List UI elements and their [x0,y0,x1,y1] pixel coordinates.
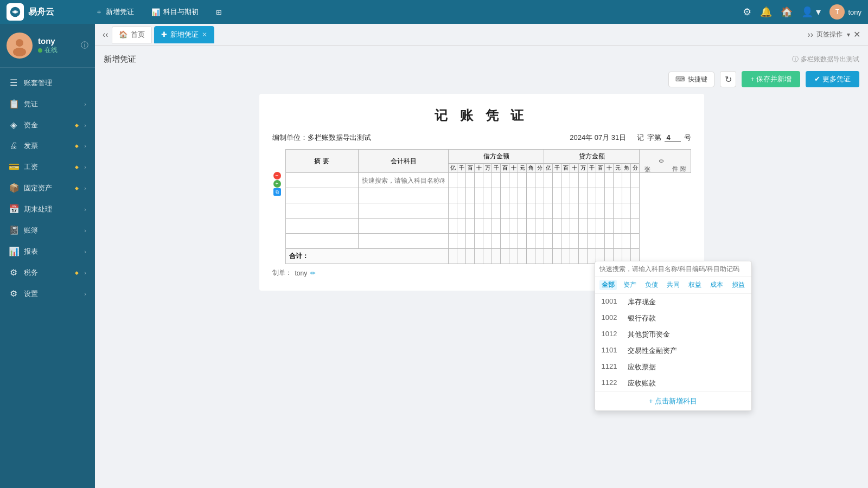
report-chevron: › [84,248,86,255]
top-user-avatar: T [829,4,845,20]
dropdown-item-1122[interactable]: 1122 应收账款 [595,375,751,391]
tab-new-voucher[interactable]: ✚ 新增凭证 ✕ [154,26,214,43]
sidebar-user-name: tony [38,36,75,46]
remove-row-btn[interactable]: − [273,172,281,179]
dropdown-search-field[interactable] [599,265,747,273]
add-icon: ＋ [95,7,103,17]
voucher-icon: 📋 [9,99,18,109]
add-row-btn[interactable]: + [273,180,281,188]
shortcut-btn[interactable]: ⌨ 快捷键 [668,72,714,87]
tab-close-btn[interactable]: ✕ [202,31,207,38]
cat-liabilities[interactable]: 负债 [643,280,660,290]
account-dropdown: 全部 资产 负债 共同 权益 成本 损益 1001 库存现金 [595,261,752,411]
cat-cost[interactable]: 成本 [708,280,725,290]
save-new-btn[interactable]: + 保存并新增 [742,71,800,87]
row-controls: − + ⧉ [273,172,281,196]
notification-nav-icon[interactable]: 🔔 [760,6,772,18]
settings-nav-icon[interactable]: ⚙ [743,6,751,18]
refresh-icon: ↻ [725,74,732,85]
dropdown-item-1101[interactable]: 1101 交易性金融资产 [595,343,751,359]
main-layout: tony 在线 ⓘ ☰ 账套管理 📋 凭证 › ◈ 资金 ◆ [0,24,868,488]
more-voucher-btn[interactable]: ✔ 更多凭证 [806,71,859,87]
table-row-1 [285,173,691,188]
tab-actions[interactable]: 页签操作 ▾ [816,30,850,39]
invoice-diamond: ◆ [75,143,79,149]
refresh-btn[interactable]: ↻ [720,71,736,87]
dropdown-item-1002[interactable]: 1002 银行存款 [595,310,751,326]
sidebar-item-invoice[interactable]: 🖨 发票 ◆ › [0,136,95,156]
sidebar-menu: ☰ 账套管理 📋 凭证 › ◈ 资金 ◆ › 🖨 发票 ◆ › 💳 [0,68,95,488]
add-voucher-nav[interactable]: ＋ 新增凭证 [91,5,138,19]
fixed-assets-icon: 📦 [9,183,18,193]
top-user-name: tony [848,8,861,16]
funds-chevron: › [84,122,86,129]
sidebar-item-tax[interactable]: ⚙ 税务 ◆ › [0,262,95,283]
cat-assets[interactable]: 资产 [621,280,639,290]
tax-chevron: › [84,269,86,276]
fixed-assets-diamond: ◆ [75,185,79,191]
page-content: 新增凭证 ⓘ 多栏账数据导出测试 ⌨ 快捷键 ↻ + 保存并新增 [95,46,868,488]
cat-loss[interactable]: 损益 [730,280,747,290]
sidebar-avatar [7,33,33,59]
sidebar-item-funds[interactable]: ◈ 资金 ◆ › [0,114,95,136]
dropdown-categories: 全部 资产 负债 共同 权益 成本 损益 [595,277,751,294]
hint-icon: ⓘ [792,55,799,64]
invoice-icon: 🖨 [9,141,18,151]
app-name: 易舟云 [28,7,54,18]
ledger-chevron: › [84,227,86,234]
voucher-page-header: 新增凭证 ⓘ 多栏账数据导出测试 [104,54,859,65]
dropdown-list: 1001 库存现金 1002 银行存款 1012 其他货币资金 1101 [595,294,751,391]
status-dot [38,48,42,53]
table-row-5 [285,234,691,249]
row1-summary[interactable] [285,173,358,188]
table-row-3 [285,203,691,219]
user-area[interactable]: T tony [829,4,861,20]
cat-equity[interactable]: 权益 [686,280,704,290]
tab-next-btn[interactable]: ›› [804,30,816,40]
fixed-assets-chevron: › [84,185,86,191]
payroll-chevron: › [84,164,86,170]
tab-prev-btn[interactable]: ‹‹ [99,30,112,40]
dropdown-item-1012[interactable]: 1012 其他货币资金 [595,326,751,343]
table-row-2 [285,188,691,203]
date-label: 2024年 07月 31日 [570,133,626,143]
sidebar-item-payroll[interactable]: 💳 工资 ◆ › [0,156,95,177]
plus-nav[interactable]: ⊞ [212,6,226,18]
tax-diamond: ◆ [75,270,79,275]
top-nav: 易舟云 ＋ 新增凭证 📊 科目与期初 ⊞ ⚙ 🔔 🏠 👤 ▾ T tony [0,0,868,24]
tax-icon: ⚙ [9,267,18,278]
ledger-icon: 📓 [9,225,18,235]
funds-icon: ◈ [9,120,18,130]
voucher-page-title: 新增凭证 [104,54,136,65]
voucher-table: 摘 要 会计科目 借方金额 贷方金额 附件0张 亿 千 [285,149,691,264]
dropdown-item-1121[interactable]: 1121 应收票据 [595,359,751,375]
subject-period-nav[interactable]: 📊 科目与期初 [147,5,203,19]
content-area: ‹‹ 🏠 首页 ✚ 新增凭证 ✕ ›› 页签操作 ▾ ✕ 新增凭证 [95,24,868,488]
home-nav-icon[interactable]: 🏠 [781,6,793,18]
report-icon: 📊 [9,246,18,256]
sidebar-item-period[interactable]: 📅 期末处理 › [0,198,95,220]
sidebar-item-ledger[interactable]: 📓 账簿 › [0,220,95,241]
sidebar-item-settings[interactable]: ⚙ 设置 › [0,283,95,304]
col-account-header: 会计科目 [358,150,449,173]
tab-home[interactable]: 🏠 首页 [112,26,152,43]
cat-all[interactable]: 全部 [599,280,617,290]
copy-row-btn[interactable]: ⧉ [273,188,281,196]
sidebar-item-fixed-assets[interactable]: 📦 固定资产 ◆ › [0,177,95,198]
cat-common[interactable]: 共同 [665,280,682,290]
edit-maker-icon[interactable]: ✏ [310,269,316,277]
tab-close-all-btn[interactable]: ✕ [850,29,864,40]
user-nav-icon[interactable]: 👤 ▾ [801,6,821,18]
dropdown-item-1001[interactable]: 1001 库存现金 [595,294,751,310]
row1-account[interactable] [358,173,449,188]
sidebar-item-accounts[interactable]: ☰ 账套管理 [0,72,95,93]
dropdown-add-btn[interactable]: + 点击新增科目 [595,391,751,410]
account-search-input[interactable] [359,175,449,187]
settings-chevron: › [84,291,86,297]
attachments-col: 附件0张 [640,150,691,173]
voucher-form-title: 记 账 凭 证 [272,107,691,124]
sidebar-item-voucher[interactable]: 📋 凭证 › [0,93,95,114]
user-info-icon[interactable]: ⓘ [81,41,88,50]
funds-diamond: ◆ [75,123,79,128]
sidebar-item-report[interactable]: 📊 报表 › [0,241,95,262]
